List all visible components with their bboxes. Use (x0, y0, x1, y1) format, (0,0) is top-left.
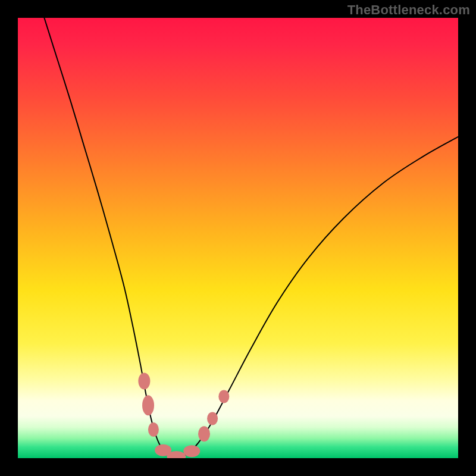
chart-svg (18, 18, 458, 458)
curve-marker (183, 445, 200, 457)
gradient-background (18, 18, 458, 458)
curve-marker (148, 422, 159, 437)
curve-marker (207, 412, 218, 425)
plot-area (18, 18, 458, 458)
curve-marker (198, 426, 210, 441)
curve-marker (138, 373, 150, 390)
curve-marker (142, 395, 154, 415)
watermark-label: TheBottleneck.com (347, 2, 470, 18)
chart-frame: TheBottleneck.com (0, 0, 476, 476)
curve-marker (218, 390, 229, 403)
